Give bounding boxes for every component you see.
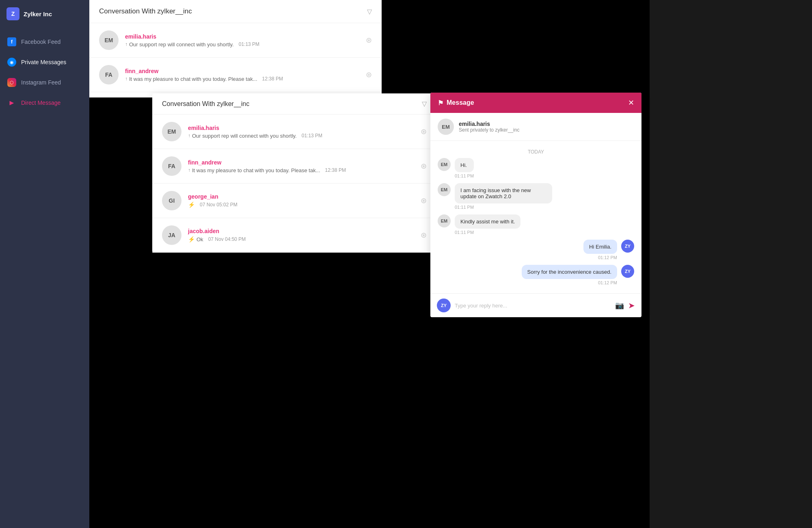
camera-icon[interactable]: 📷 <box>615 301 624 310</box>
msg-row-3: EM Kindly assist me with it. 01:11 PM <box>438 214 634 235</box>
sidebar-item-private-messages[interactable]: ◉ Private Messages <box>0 52 89 72</box>
msg-bubble-4: Hi Emilia. <box>583 240 617 254</box>
bg-conv-item-fa[interactable]: FA finn_andrew ↑ It was my pleasure to c… <box>89 58 382 92</box>
sidebar-label-instagram: Instagram Feed <box>21 79 61 86</box>
bg-conv-name-fa: finn_andrew <box>125 68 359 74</box>
fg-conv-preview-fa: ↑ It was my pleasure to chat with you to… <box>188 167 414 173</box>
fg-conv-item-em[interactable]: EM emilia.haris ↑ Our support rep will c… <box>152 115 436 149</box>
msg-row-1: EM Hi. 01:11 PM <box>438 158 634 178</box>
msg-input-sender-avatar: ZY <box>437 299 451 312</box>
brand-name: Zylker Inc <box>24 11 52 17</box>
msg-bubble-2: I am facing issue with the new update on… <box>455 183 552 203</box>
msg-bubble-1: Hi. <box>455 158 474 172</box>
brand[interactable]: Z Zylker Inc <box>0 0 89 28</box>
fg-conv-preview-em: ↑ Our support rep will connect with you … <box>188 133 414 139</box>
bg-conversation-list: EM emilia.haris ↑ Our support rep will c… <box>89 23 382 92</box>
msg-input-area: ZY 📷 ➤ <box>430 293 641 317</box>
msg-avatar-1: EM <box>438 158 451 171</box>
msg-body: TODAY EM Hi. 01:11 PM EM I am facing iss… <box>430 141 641 293</box>
msg-avatar-5: ZY <box>621 265 634 278</box>
sidebar-label-facebook: Facebook Feed <box>21 39 60 45</box>
msg-user-info: EM emilia.haris Sent privately to zylker… <box>430 113 641 141</box>
sidebar: Z Zylker Inc f Facebook Feed ◉ Private M… <box>0 0 89 528</box>
msg-avatar-4: ZY <box>621 240 634 253</box>
msg-time-5: 01:12 PM <box>522 280 617 285</box>
msg-row-4: ZY Hi Emilia. 01:12 PM <box>438 240 634 260</box>
sidebar-label-direct-message: Direct Message <box>21 100 60 106</box>
msg-avatar-2: EM <box>438 183 451 196</box>
msg-user-details: emilia.haris Sent privately to zylker__i… <box>459 121 519 133</box>
fg-panel-header: Conversation With zylker__inc ▽ <box>152 93 436 115</box>
fg-conv-time-em: 01:13 PM <box>302 133 322 138</box>
msg-reply-input[interactable] <box>455 303 611 309</box>
reply-arrow-icon: ↑ <box>125 41 127 47</box>
fg-conv-info-fa: finn_andrew ↑ It was my pleasure to chat… <box>188 159 414 173</box>
msg-action-icons: 📷 ➤ <box>615 301 635 310</box>
fg-conv-info-ja: jacob.aiden ⚡ Ok 07 Nov 04:50 PM <box>188 228 414 242</box>
msg-time-3: 01:11 PM <box>455 230 520 235</box>
fg-conv-time-ja: 07 Nov 04:50 PM <box>208 236 246 242</box>
bg-conv-time-fa: 12:38 PM <box>262 76 283 82</box>
msg-row-2: EM I am facing issue with the new update… <box>438 183 634 210</box>
fg-conv-item-fa[interactable]: FA finn_andrew ↑ It was my pleasure to c… <box>152 149 436 184</box>
msg-panel-title-container: ⚑ Message <box>438 99 474 107</box>
fg-conv-action-ja[interactable]: ⊛ <box>421 231 427 240</box>
filter-icon[interactable]: ▽ <box>367 8 372 15</box>
msg-panel-close-button[interactable]: ✕ <box>628 98 634 107</box>
msg-user-subtitle: Sent privately to zylker__inc <box>459 127 519 133</box>
fg-conv-item-ja[interactable]: JA jacob.aiden ⚡ Ok 07 Nov 04:50 PM ⊛ <box>152 218 436 253</box>
msg-bubble-5: Sorry for the inconvenience caused. <box>522 265 617 279</box>
msg-time-2: 01:11 PM <box>455 205 552 210</box>
fg-panel-title: Conversation With zylker__inc <box>162 100 249 108</box>
bg-panel-title: Conversation With zylker__inc <box>99 7 192 15</box>
bg-conv-action-em[interactable]: ⊛ <box>366 36 372 45</box>
bolt-icon-ja: ⚡ <box>188 236 195 242</box>
bg-conv-action-fa[interactable]: ⊛ <box>366 70 372 79</box>
bg-conv-avatar-em: EM <box>99 30 119 50</box>
msg-panel-title-text: Message <box>447 99 474 106</box>
bg-conv-item-em[interactable]: EM emilia.haris ↑ Our support rep will c… <box>89 23 382 58</box>
sidebar-item-direct-message[interactable]: ► Direct Message <box>0 93 89 113</box>
fg-conv-item-gi[interactable]: GI george_ian ⚡ 07 Nov 05:02 PM ⊛ <box>152 184 436 218</box>
msg-user-avatar: EM <box>438 119 454 135</box>
fg-conv-action-em[interactable]: ⊛ <box>421 127 427 136</box>
msg-time-4: 01:12 PM <box>583 255 617 260</box>
bolt-icon-gi: ⚡ <box>188 201 195 208</box>
message-flag-icon: ⚑ <box>438 99 443 107</box>
direct-message-icon: ► <box>7 98 16 107</box>
fg-conv-name-fa: finn_andrew <box>188 159 414 166</box>
sidebar-nav: f Facebook Feed ◉ Private Messages ⬡ Ins… <box>0 28 89 117</box>
send-icon[interactable]: ➤ <box>628 301 635 310</box>
msg-bubble-3: Kindly assist me with it. <box>455 214 520 229</box>
fg-filter-icon[interactable]: ▽ <box>422 100 427 108</box>
sidebar-item-facebook-feed[interactable]: f Facebook Feed <box>0 32 89 52</box>
fg-conv-action-fa[interactable]: ⊛ <box>421 162 427 171</box>
fg-panel: Conversation With zylker__inc ▽ EM emili… <box>152 93 436 253</box>
fg-conv-avatar-gi: GI <box>162 191 181 210</box>
msg-content-5: Sorry for the inconvenience caused. 01:1… <box>522 265 617 285</box>
fg-conv-preview-ja: ⚡ Ok 07 Nov 04:50 PM <box>188 236 414 242</box>
bg-conv-info-em: emilia.haris ↑ Our support rep will conn… <box>125 33 359 48</box>
msg-content-4: Hi Emilia. 01:12 PM <box>583 240 617 260</box>
fg-conv-avatar-fa: FA <box>162 156 181 176</box>
dark-right-area <box>650 0 812 528</box>
sidebar-item-instagram-feed[interactable]: ⬡ Instagram Feed <box>0 72 89 93</box>
instagram-icon: ⬡ <box>7 78 16 87</box>
fg-conv-action-gi[interactable]: ⊛ <box>421 196 427 205</box>
fg-conversation-list: EM emilia.haris ↑ Our support rep will c… <box>152 115 436 253</box>
msg-avatar-3: EM <box>438 214 451 227</box>
fg-conv-time-gi: 07 Nov 05:02 PM <box>200 202 238 208</box>
fg-conv-name-gi: george_ian <box>188 193 414 200</box>
reply-arrow-icon-2: ↑ <box>125 76 127 82</box>
facebook-icon: f <box>7 37 16 46</box>
bg-conv-avatar-fa: FA <box>99 65 119 84</box>
messenger-icon: ◉ <box>7 58 16 67</box>
fg-conv-info-em: emilia.haris ↑ Our support rep will conn… <box>188 125 414 139</box>
bg-conv-info-fa: finn_andrew ↑ It was my pleasure to chat… <box>125 68 359 82</box>
msg-content-1: Hi. 01:11 PM <box>455 158 474 178</box>
fg-conv-name-em: emilia.haris <box>188 125 414 131</box>
message-panel: ⚑ Message ✕ EM emilia.haris Sent private… <box>430 93 641 317</box>
msg-content-2: I am facing issue with the new update on… <box>455 183 552 210</box>
fg-conv-info-gi: george_ian ⚡ 07 Nov 05:02 PM <box>188 193 414 208</box>
fg-conv-avatar-ja: JA <box>162 225 181 245</box>
